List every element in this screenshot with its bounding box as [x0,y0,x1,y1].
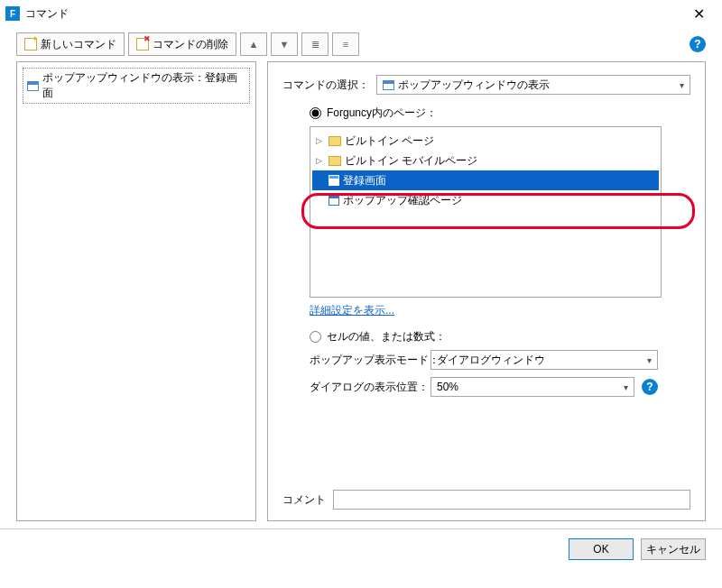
command-list-panel: ポップアップウィンドウの表示：登録画面 [16,61,256,521]
delete-command-label: コマンドの削除 [153,37,228,52]
delete-command-icon [136,38,149,51]
ok-button[interactable]: OK [569,538,634,560]
tree-item-label: ビルトイン モバイルページ [345,153,477,169]
command-list-item[interactable]: ポップアップウィンドウの表示：登録画面 [23,68,250,104]
radio-forguncy-page-label: Forguncy内のページ： [327,106,437,121]
command-select[interactable]: ポップアップウィンドウの表示 ▾ [376,75,690,95]
dialog-position-select[interactable]: 50% ▾ [430,377,634,397]
command-select-label: コマンドの選択： [282,78,369,93]
command-item-label: ポップアップウィンドウの表示：登録画面 [42,70,245,101]
new-command-icon [24,38,37,51]
expand-icon[interactable]: ▷ [316,136,325,145]
tree-item-label: ビルトイン ページ [345,133,434,149]
indent-button[interactable]: ≡ [332,32,359,56]
expand-icon[interactable]: ▷ [316,156,325,165]
page-tree[interactable]: ▷ ビルトイン ページ ▷ ビルトイン モバイルページ 登録画面 ポップアップ確… [310,126,662,298]
tree-item-label: ポップアップ確認ページ [343,193,462,208]
folder-icon [329,156,341,166]
dialog-footer: OK キャンセル [0,528,722,569]
delete-command-button[interactable]: コマンドの削除 [128,32,236,56]
comment-input[interactable] [333,490,690,510]
tree-item-page-selected[interactable]: 登録画面 [312,170,659,190]
toolbar: 新しいコマンド コマンドの削除 ▲ ▼ ≣ ≡ ? [0,27,722,61]
dialog-position-value: 50% [437,381,458,393]
outdent-button[interactable]: ≣ [301,32,329,56]
close-icon[interactable]: ✕ [680,5,717,23]
chevron-down-icon: ▾ [624,382,628,392]
arrow-down-icon: ▼ [280,39,290,50]
page-icon [27,81,39,91]
comment-label: コメント [282,492,326,508]
app-icon: F [5,6,20,21]
move-up-button[interactable]: ▲ [240,32,267,56]
popup-mode-label: ポップアップ表示モード： [310,353,423,368]
new-command-button[interactable]: 新しいコマンド [16,32,125,56]
page-icon [329,175,339,186]
tree-item-folder[interactable]: ▷ ビルトイン モバイルページ [312,151,659,170]
folder-icon [329,136,341,146]
titlebar: F コマンド ✕ [0,0,722,27]
command-select-value: ポップアップウィンドウの表示 [398,78,550,93]
move-down-button[interactable]: ▼ [271,32,298,56]
tree-item-label: 登録画面 [343,173,386,188]
popup-mode-select[interactable]: ダイアログウィンドウ ▾ [430,350,658,370]
arrow-up-icon: ▲ [249,39,259,50]
radio-forguncy-page[interactable]: Forguncy内のページ： [310,106,690,121]
chevron-down-icon: ▾ [680,80,684,90]
show-detail-link[interactable]: 詳細設定を表示... [310,303,690,318]
radio-cell-value[interactable]: セルの値、または数式： [310,329,690,345]
tree-item-page[interactable]: ポップアップ確認ページ [312,190,659,210]
help-icon[interactable]: ? [690,36,706,52]
command-settings-panel: コマンドの選択： ポップアップウィンドウの表示 ▾ Forguncy内のページ：… [267,61,706,521]
radio-cell-value-label: セルの値、または数式： [327,329,446,345]
radio-forguncy-page-input[interactable] [310,107,321,119]
help-icon[interactable]: ? [642,379,658,395]
tree-item-folder[interactable]: ▷ ビルトイン ページ [312,131,659,151]
window-title: コマンド [25,6,680,22]
chevron-down-icon: ▾ [647,355,652,365]
cancel-button[interactable]: キャンセル [641,538,706,560]
dialog-position-label: ダイアログの表示位置： [310,380,423,395]
page-icon [329,195,339,206]
new-command-label: 新しいコマンド [41,37,116,52]
radio-cell-value-input[interactable] [310,331,321,343]
outdent-icon: ≣ [311,39,319,51]
popup-mode-value: ダイアログウィンドウ [437,353,545,368]
page-icon [383,80,394,90]
indent-icon: ≡ [343,39,348,50]
